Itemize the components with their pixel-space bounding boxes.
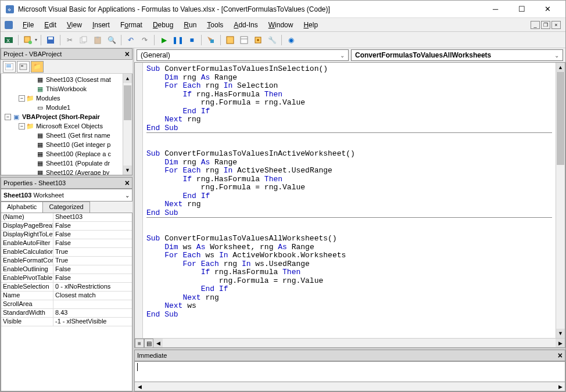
- property-row[interactable]: ScrollArea: [1, 300, 132, 309]
- tree-item-thisworkbook[interactable]: ▦ThisWorkbook: [1, 84, 132, 93]
- scroll-up-icon[interactable]: ▲: [123, 74, 132, 83]
- properties-panel-close-icon[interactable]: ×: [125, 178, 130, 188]
- procedure-view-icon[interactable]: ≡: [135, 339, 144, 348]
- scroll-right-icon[interactable]: ▶: [556, 382, 565, 391]
- properties-object-selector[interactable]: Sheet103 Worksheet ⌄: [1, 189, 132, 202]
- property-value[interactable]: False: [53, 265, 132, 274]
- undo-icon[interactable]: ↶: [125, 34, 137, 46]
- view-excel-icon[interactable]: X: [3, 34, 15, 46]
- tree-item-sheet10[interactable]: ▦Sheet10 (Get integer p: [1, 140, 132, 149]
- scroll-left-icon[interactable]: ◀: [153, 339, 163, 348]
- scroll-down-icon[interactable]: ▼: [123, 166, 132, 175]
- property-value[interactable]: False: [53, 274, 132, 282]
- redo-icon[interactable]: ↷: [139, 34, 151, 46]
- immediate-scrollbar-h[interactable]: ◀ ▶: [134, 382, 565, 391]
- menu-window[interactable]: Window: [264, 20, 298, 30]
- property-value[interactable]: False: [53, 222, 132, 230]
- tree-item-sheet101[interactable]: ▦Sheet101 (Populate dr: [1, 159, 132, 168]
- immediate-panel-close-icon[interactable]: ×: [558, 351, 563, 360]
- tree-item-sheet102[interactable]: ▦Sheet102 (Average by: [1, 168, 132, 175]
- code-scrollbar-h[interactable]: ≡ ▤ ◀ ▶: [135, 338, 565, 347]
- break-icon[interactable]: ❚❚: [172, 34, 184, 46]
- property-value[interactable]: Sheet103: [53, 213, 132, 221]
- property-row[interactable]: EnablePivotTableFalse: [1, 274, 132, 283]
- tree-item-excel-objects[interactable]: −📁Microsoft Excel Objects: [1, 121, 132, 131]
- object-browser-icon[interactable]: [252, 34, 264, 46]
- insert-dropdown-icon[interactable]: ▾: [35, 37, 37, 42]
- minimize-button[interactable]: ─: [482, 1, 508, 17]
- procedure-dropdown[interactable]: ConvertFormulasToValuesAllWorksheets ⌄: [351, 49, 563, 61]
- property-row[interactable]: (Name)Sheet103: [1, 213, 132, 222]
- mdi-restore-button[interactable]: ❐: [541, 21, 550, 29]
- menu-file[interactable]: File: [18, 20, 38, 30]
- copy-icon[interactable]: [78, 34, 89, 46]
- dropdown-icon[interactable]: ⌄: [340, 52, 345, 59]
- property-value[interactable]: Closest match: [53, 292, 132, 300]
- design-mode-icon[interactable]: [205, 34, 217, 46]
- scroll-left-icon[interactable]: ◀: [135, 382, 144, 391]
- scroll-up-icon[interactable]: ▲: [556, 63, 565, 72]
- property-row[interactable]: DisplayPageBreaksFalse: [1, 222, 132, 231]
- tree-item-sheet103[interactable]: ▦Sheet103 (Closest mat: [1, 75, 132, 84]
- mdi-minimize-button[interactable]: _: [531, 21, 540, 29]
- immediate-input[interactable]: [134, 361, 565, 382]
- toolbox-icon[interactable]: 🔧: [266, 34, 278, 46]
- tree-scrollbar[interactable]: ▲ ▼: [123, 74, 132, 175]
- tree-item-sheet100[interactable]: ▦Sheet100 (Replace a c: [1, 149, 132, 159]
- project-explorer-icon[interactable]: [224, 34, 236, 46]
- property-value[interactable]: [53, 300, 132, 308]
- scroll-thumb[interactable]: [124, 85, 131, 120]
- menu-view[interactable]: View: [62, 20, 87, 30]
- menu-run[interactable]: Run: [179, 20, 201, 30]
- property-row[interactable]: EnableSelection0 - xlNoRestrictions: [1, 283, 132, 292]
- menu-edit[interactable]: Edit: [40, 20, 61, 30]
- paste-icon[interactable]: [92, 34, 103, 46]
- property-row[interactable]: EnableAutoFilterFalse: [1, 239, 132, 248]
- code-text[interactable]: Sub ConvertFormulasToValuesInSelection()…: [143, 63, 556, 338]
- insert-userform-icon[interactable]: [22, 34, 34, 46]
- property-value[interactable]: False: [53, 231, 132, 239]
- property-value[interactable]: True: [53, 257, 132, 265]
- property-value[interactable]: 0 - xlNoRestrictions: [53, 283, 132, 291]
- collapse-icon[interactable]: −: [5, 114, 11, 120]
- property-row[interactable]: NameClosest match: [1, 292, 132, 300]
- property-row[interactable]: EnableFormatConditiTrue: [1, 257, 132, 265]
- menu-debug[interactable]: Debug: [148, 20, 178, 30]
- collapse-icon[interactable]: −: [19, 123, 25, 130]
- properties-grid[interactable]: (Name)Sheet103DisplayPageBreaksFalseDisp…: [1, 213, 132, 391]
- reset-icon[interactable]: ■: [186, 34, 198, 46]
- tree-item-vbaproject2[interactable]: −▣VBAProject (Short-Repair: [1, 112, 132, 121]
- code-editor[interactable]: Sub ConvertFormulasToValuesInSelection()…: [134, 62, 565, 348]
- dropdown-icon[interactable]: ⌄: [554, 52, 559, 59]
- project-tree[interactable]: ▦Sheet103 (Closest mat ▦ThisWorkbook −📁M…: [1, 74, 132, 175]
- tab-alphabetic[interactable]: Alphabetic: [1, 202, 43, 213]
- scroll-thumb[interactable]: [557, 72, 564, 165]
- maximize-button[interactable]: ☐: [508, 1, 535, 17]
- property-row[interactable]: EnableOutliningFalse: [1, 265, 132, 274]
- find-icon[interactable]: 🔍: [106, 34, 117, 46]
- collapse-icon[interactable]: −: [19, 95, 25, 102]
- property-value[interactable]: False: [53, 239, 132, 247]
- help-icon[interactable]: ◉: [285, 34, 297, 46]
- menu-tools[interactable]: Tools: [202, 20, 228, 30]
- run-icon[interactable]: ▶: [158, 34, 170, 46]
- menu-help[interactable]: Help: [299, 20, 323, 30]
- property-value[interactable]: True: [53, 248, 132, 256]
- property-row[interactable]: StandardWidth8.43: [1, 309, 132, 318]
- property-value[interactable]: -1 - xlSheetVisible: [53, 318, 132, 326]
- tree-item-modules[interactable]: −📁Modules: [1, 93, 132, 103]
- tree-item-module1[interactable]: ▭Module1: [1, 103, 132, 112]
- view-code-icon[interactable]: [3, 61, 16, 73]
- property-value[interactable]: 8.43: [53, 309, 132, 317]
- menu-insert[interactable]: Insert: [88, 20, 114, 30]
- cut-icon[interactable]: ✂: [64, 34, 76, 46]
- menu-addins[interactable]: Add-Ins: [229, 20, 262, 30]
- tree-item-sheet1[interactable]: ▦Sheet1 (Get first name: [1, 131, 132, 140]
- scroll-right-icon[interactable]: ▶: [556, 339, 565, 348]
- full-module-view-icon[interactable]: ▤: [144, 339, 153, 348]
- scroll-down-icon[interactable]: ▼: [556, 329, 565, 338]
- menu-format[interactable]: Format: [116, 20, 147, 30]
- close-button[interactable]: ✕: [535, 1, 561, 17]
- property-row[interactable]: DisplayRightToLeftFalse: [1, 231, 132, 239]
- toggle-folders-icon[interactable]: 📁: [31, 61, 44, 73]
